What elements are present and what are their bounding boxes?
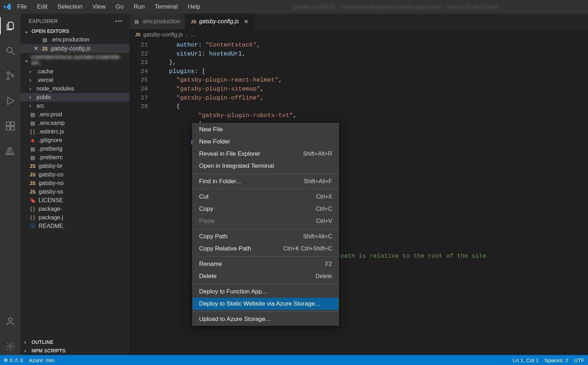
editor-tabbar: ▤ .env.production JS gatsby-config.js ✕ (129, 14, 588, 29)
menu-item-label: Copy (199, 205, 213, 213)
status-errors[interactable]: ⊗ 0 ⚠ 0 (4, 357, 23, 363)
menu-separator (193, 256, 339, 257)
npm-scripts-section[interactable]: › NPM SCRIPTS (21, 346, 129, 355)
chevron-right-icon: › (24, 339, 29, 345)
run-debug-icon (5, 96, 16, 106)
tree-label: src (36, 103, 44, 109)
folder-item[interactable]: ›.vercel (21, 76, 129, 84)
menu-item-label: Cut (199, 193, 208, 200)
file-item[interactable]: ▤.env.prod (21, 110, 129, 119)
menu-view[interactable]: View (88, 2, 110, 12)
file-item[interactable]: { }package.j (21, 213, 129, 222)
line-number-gutter: 2122232425262728 (129, 40, 154, 355)
context-menu-item[interactable]: New File (193, 123, 339, 136)
menu-selection[interactable]: Selection (53, 2, 87, 12)
file-item[interactable]: ▤.prettierig (21, 145, 129, 153)
account-button[interactable] (0, 313, 21, 330)
context-menu-item[interactable]: Upload to Azure Storage... (193, 313, 339, 325)
menu-file[interactable]: File (13, 2, 31, 12)
tree-label: node_modules (36, 86, 74, 92)
editor-area: ▤ .env.production JS gatsby-config.js ✕ … (129, 14, 588, 355)
file-item[interactable]: ▤.env.samp (21, 119, 129, 127)
context-menu-item[interactable]: Find in Folder...Shift+Alt+F (193, 175, 339, 188)
menu-run[interactable]: Run (129, 2, 149, 12)
menu-item-shortcut: Ctrl+V (316, 218, 332, 224)
context-menu-item[interactable]: Deploy to Function App... (193, 286, 339, 298)
open-editors-section[interactable]: ⌄ OPEN EDITORS (21, 27, 129, 35)
file-item[interactable]: 🔖LICENSE (21, 196, 129, 205)
tree-label: .eslintrc.js (39, 128, 64, 135)
context-menu-item[interactable]: Deploy to Static Website via Azure Stora… (193, 298, 339, 310)
close-icon[interactable]: ✕ (34, 45, 39, 52)
folder-item[interactable]: ›src (21, 102, 129, 110)
settings-button[interactable] (0, 338, 21, 355)
context-menu-item[interactable]: DeleteDelete (193, 270, 339, 282)
menu-item-label: Delete (199, 273, 217, 280)
tree-label: gatsby-br (39, 163, 63, 169)
status-indent[interactable]: Spaces: 2 (544, 357, 568, 363)
menu-terminal[interactable]: Terminal (150, 2, 182, 12)
close-icon[interactable]: ✕ (244, 18, 248, 25)
context-menu-item[interactable]: Open in Integrated Terminal (193, 160, 339, 172)
search-tab-button[interactable] (0, 42, 21, 59)
explorer-more-icon[interactable]: ••• (115, 18, 123, 24)
js-icon: JS (29, 163, 36, 169)
editor-tab[interactable]: ▤ .env.production (129, 14, 186, 29)
file-item[interactable]: { }.eslintrc.js (21, 127, 129, 136)
status-encoding[interactable]: UTF (574, 357, 584, 363)
menu-go[interactable]: Go (111, 2, 128, 12)
file-item[interactable]: JSgatsby-no (21, 179, 129, 188)
context-menu-item[interactable]: Reveal in File ExplorerShift+Alt+R (193, 148, 339, 160)
menu-item-shortcut: Delete (316, 273, 332, 279)
files-icon (5, 20, 16, 31)
outline-section[interactable]: › OUTLINE (21, 338, 129, 346)
file-item[interactable]: JSgatsby-br (21, 162, 129, 170)
js-icon: JS (29, 172, 36, 177)
breadcrumbs[interactable]: JS gatsby-config.js › ... (129, 29, 588, 40)
menu-item-shortcut: Shift+Alt+F (304, 178, 332, 185)
status-cursor-pos[interactable]: Ln 1, Col 1 (513, 357, 539, 363)
status-azure[interactable]: Azure: min (29, 357, 55, 363)
file-item[interactable]: ▤.prettierrc (21, 153, 129, 162)
folder-item[interactable]: ›public (21, 93, 129, 102)
source-control-tab-button[interactable] (0, 67, 21, 84)
editor-tab[interactable]: JS gatsby-config.js ✕ (186, 14, 254, 29)
run-debug-tab-button[interactable] (0, 92, 21, 110)
menu-edit[interactable]: Edit (33, 2, 51, 12)
tree-label: .prettierig (39, 146, 63, 152)
file-item[interactable]: { }package- (21, 205, 129, 213)
breadcrumb-part: ... (191, 31, 195, 38)
context-menu-item[interactable]: CutCtrl+X (193, 191, 339, 203)
context-menu-item[interactable]: Copy PathShift+Alt+C (193, 230, 339, 243)
context-menu-item[interactable]: Copy Relative PathCtrl+K Ctrl+Shift+C (193, 243, 339, 255)
tree-label: .prettierrc (39, 154, 63, 161)
error-count: 0 (10, 357, 13, 363)
file-item[interactable]: JSgatsby-co (21, 170, 129, 179)
project-name-label: CONTENTSTACK-GATSBY-STARTER-AP... (31, 54, 127, 66)
tree-label: public (36, 94, 51, 101)
context-menu-item[interactable]: CopyCtrl+C (193, 203, 339, 215)
menu-separator (193, 174, 339, 174)
explorer-tab-button[interactable] (0, 17, 21, 34)
context-menu-item[interactable]: New Folder (193, 136, 339, 148)
menu-help[interactable]: Help (183, 2, 204, 12)
folder-item[interactable]: ›.cache (21, 67, 129, 76)
chevron-right-icon: › (29, 77, 34, 83)
folder-item[interactable]: ›node_modules (21, 84, 129, 93)
menu-item-label: Paste (199, 218, 214, 225)
open-editor-item[interactable]: ✕ JS gatsby-config.js (21, 44, 129, 53)
svg-point-3 (7, 78, 9, 80)
tree-label: .env.prod (39, 111, 62, 118)
menu-item-shortcut: Ctrl+X (316, 194, 332, 200)
project-section[interactable]: ⌄ CONTENTSTACK-GATSBY-STARTER-AP... (21, 53, 129, 67)
context-menu-item[interactable]: RenameF2 (193, 258, 339, 270)
file-item[interactable]: ⓘREADME. (21, 222, 129, 230)
file-item[interactable]: ◆.gitignore (21, 136, 129, 145)
tab-label: gatsby-config.js (199, 18, 239, 25)
menu-item-label: Deploy to Static Website via Azure Stora… (199, 300, 320, 307)
azure-tab-button[interactable] (0, 142, 21, 160)
extensions-tab-button[interactable] (0, 117, 21, 135)
open-editor-item[interactable]: ▤ .env.production (21, 35, 129, 44)
open-editors-label: OPEN EDITORS (31, 28, 69, 34)
file-item[interactable]: JSgatsby-ss (21, 188, 129, 196)
